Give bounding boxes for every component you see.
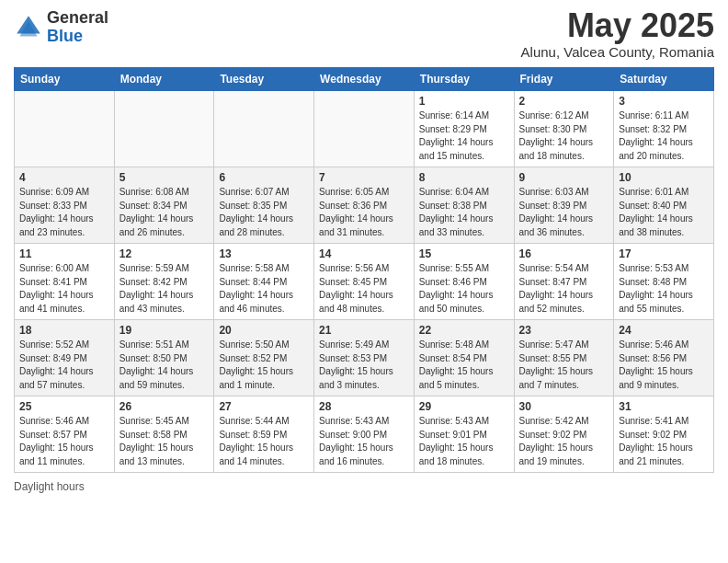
- calendar-cell: 29Sunrise: 5:43 AM Sunset: 9:01 PM Dayli…: [414, 396, 514, 473]
- page-header: General Blue May 2025 Alunu, Valcea Coun…: [14, 9, 714, 60]
- calendar-cell: 3Sunrise: 6:11 AM Sunset: 8:32 PM Daylig…: [614, 91, 714, 167]
- cell-info: Sunrise: 6:04 AM Sunset: 8:38 PM Dayligh…: [419, 186, 509, 239]
- week-row-3: 11Sunrise: 6:00 AM Sunset: 8:41 PM Dayli…: [15, 244, 714, 320]
- cell-info: Sunrise: 6:09 AM Sunset: 8:33 PM Dayligh…: [19, 186, 109, 239]
- calendar-cell: 8Sunrise: 6:04 AM Sunset: 8:38 PM Daylig…: [414, 167, 514, 244]
- calendar-cell: 20Sunrise: 5:50 AM Sunset: 8:52 PM Dayli…: [214, 320, 314, 396]
- day-number: 20: [219, 324, 309, 337]
- week-row-1: 1Sunrise: 6:14 AM Sunset: 8:29 PM Daylig…: [15, 91, 714, 167]
- day-number: 25: [19, 400, 109, 413]
- day-number: 14: [319, 247, 409, 260]
- day-number: 1: [419, 95, 509, 108]
- cell-info: Sunrise: 6:12 AM Sunset: 8:30 PM Dayligh…: [519, 109, 609, 163]
- calendar-table: SundayMondayTuesdayWednesdayThursdayFrid…: [14, 67, 714, 473]
- cell-info: Sunrise: 6:07 AM Sunset: 8:35 PM Dayligh…: [219, 186, 309, 239]
- cell-info: Sunrise: 5:50 AM Sunset: 8:52 PM Dayligh…: [219, 339, 309, 392]
- calendar-cell: 17Sunrise: 5:53 AM Sunset: 8:48 PM Dayli…: [614, 244, 714, 320]
- day-header-thursday: Thursday: [414, 68, 514, 91]
- calendar-cell: 2Sunrise: 6:12 AM Sunset: 8:30 PM Daylig…: [514, 91, 614, 167]
- calendar-cell: 28Sunrise: 5:43 AM Sunset: 9:00 PM Dayli…: [314, 396, 415, 473]
- cell-info: Sunrise: 5:56 AM Sunset: 8:45 PM Dayligh…: [319, 262, 409, 316]
- day-number: 22: [419, 324, 509, 337]
- day-number: 30: [519, 400, 609, 413]
- cell-info: Sunrise: 6:05 AM Sunset: 8:36 PM Dayligh…: [319, 186, 409, 239]
- day-number: 15: [419, 247, 509, 260]
- calendar-cell: 31Sunrise: 5:41 AM Sunset: 9:02 PM Dayli…: [614, 396, 714, 473]
- cell-info: Sunrise: 5:58 AM Sunset: 8:44 PM Dayligh…: [219, 262, 309, 316]
- day-number: 24: [619, 324, 709, 337]
- calendar-cell: 23Sunrise: 5:47 AM Sunset: 8:55 PM Dayli…: [514, 320, 614, 396]
- calendar-cell: [15, 91, 115, 167]
- cell-info: Sunrise: 6:11 AM Sunset: 8:32 PM Dayligh…: [619, 109, 709, 163]
- calendar-cell: 24Sunrise: 5:46 AM Sunset: 8:56 PM Dayli…: [614, 320, 714, 396]
- day-header-saturday: Saturday: [614, 68, 714, 91]
- day-number: 7: [319, 171, 409, 184]
- cell-info: Sunrise: 5:43 AM Sunset: 9:00 PM Dayligh…: [319, 415, 409, 468]
- cell-info: Sunrise: 6:14 AM Sunset: 8:29 PM Dayligh…: [419, 109, 509, 163]
- day-number: 26: [119, 400, 210, 413]
- cell-info: Sunrise: 5:47 AM Sunset: 8:55 PM Dayligh…: [519, 339, 609, 392]
- month-title: May 2025: [521, 9, 714, 42]
- calendar-cell: 15Sunrise: 5:55 AM Sunset: 8:46 PM Dayli…: [414, 244, 514, 320]
- cell-info: Sunrise: 5:55 AM Sunset: 8:46 PM Dayligh…: [419, 262, 509, 316]
- day-number: 18: [19, 324, 109, 337]
- day-number: 8: [419, 171, 509, 184]
- cell-info: Sunrise: 5:45 AM Sunset: 8:58 PM Dayligh…: [119, 415, 210, 468]
- cell-info: Sunrise: 5:43 AM Sunset: 9:01 PM Dayligh…: [419, 415, 509, 468]
- cell-info: Sunrise: 5:48 AM Sunset: 8:54 PM Dayligh…: [419, 339, 509, 392]
- calendar-cell: 22Sunrise: 5:48 AM Sunset: 8:54 PM Dayli…: [414, 320, 514, 396]
- logo: General Blue: [14, 9, 108, 46]
- day-number: 3: [619, 95, 709, 108]
- calendar-cell: 21Sunrise: 5:49 AM Sunset: 8:53 PM Dayli…: [314, 320, 415, 396]
- calendar-cell: 7Sunrise: 6:05 AM Sunset: 8:36 PM Daylig…: [314, 167, 415, 244]
- day-number: 5: [119, 171, 210, 184]
- calendar-cell: [114, 91, 214, 167]
- day-number: 19: [119, 324, 210, 337]
- day-number: 11: [19, 247, 109, 260]
- calendar-cell: 1Sunrise: 6:14 AM Sunset: 8:29 PM Daylig…: [414, 91, 514, 167]
- cell-info: Sunrise: 5:44 AM Sunset: 8:59 PM Dayligh…: [219, 415, 309, 468]
- calendar-cell: 30Sunrise: 5:42 AM Sunset: 9:02 PM Dayli…: [514, 396, 614, 473]
- calendar-cell: 10Sunrise: 6:01 AM Sunset: 8:40 PM Dayli…: [614, 167, 714, 244]
- week-row-5: 25Sunrise: 5:46 AM Sunset: 8:57 PM Dayli…: [15, 396, 714, 473]
- day-header-tuesday: Tuesday: [214, 68, 314, 91]
- cell-info: Sunrise: 5:54 AM Sunset: 8:47 PM Dayligh…: [519, 262, 609, 316]
- cell-info: Sunrise: 5:41 AM Sunset: 9:02 PM Dayligh…: [619, 415, 709, 468]
- title-area: May 2025 Alunu, Valcea County, Romania: [521, 9, 714, 60]
- day-number: 17: [619, 247, 709, 260]
- day-header-wednesday: Wednesday: [314, 68, 415, 91]
- day-number: 12: [119, 247, 210, 260]
- logo-icon: [14, 13, 43, 42]
- cell-info: Sunrise: 5:49 AM Sunset: 8:53 PM Dayligh…: [319, 339, 409, 392]
- day-number: 31: [619, 400, 709, 413]
- cell-info: Sunrise: 5:59 AM Sunset: 8:42 PM Dayligh…: [119, 262, 210, 316]
- day-number: 4: [19, 171, 109, 184]
- calendar-cell: 4Sunrise: 6:09 AM Sunset: 8:33 PM Daylig…: [15, 167, 115, 244]
- day-header-monday: Monday: [114, 68, 214, 91]
- cell-info: Sunrise: 6:08 AM Sunset: 8:34 PM Dayligh…: [119, 186, 210, 239]
- calendar-cell: 26Sunrise: 5:45 AM Sunset: 8:58 PM Dayli…: [114, 396, 214, 473]
- calendar-cell: 27Sunrise: 5:44 AM Sunset: 8:59 PM Dayli…: [214, 396, 314, 473]
- calendar-cell: 11Sunrise: 6:00 AM Sunset: 8:41 PM Dayli…: [15, 244, 115, 320]
- logo-blue-text: Blue: [47, 28, 108, 46]
- day-number: 16: [519, 247, 609, 260]
- week-row-4: 18Sunrise: 5:52 AM Sunset: 8:49 PM Dayli…: [15, 320, 714, 396]
- cell-info: Sunrise: 5:51 AM Sunset: 8:50 PM Dayligh…: [119, 339, 210, 392]
- footer-note: Daylight hours: [14, 480, 714, 493]
- day-header-sunday: Sunday: [15, 68, 115, 91]
- cell-info: Sunrise: 6:01 AM Sunset: 8:40 PM Dayligh…: [619, 186, 709, 239]
- calendar-cell: 19Sunrise: 5:51 AM Sunset: 8:50 PM Dayli…: [114, 320, 214, 396]
- cell-info: Sunrise: 6:03 AM Sunset: 8:39 PM Dayligh…: [519, 186, 609, 239]
- calendar-header-row: SundayMondayTuesdayWednesdayThursdayFrid…: [15, 68, 714, 91]
- cell-info: Sunrise: 5:53 AM Sunset: 8:48 PM Dayligh…: [619, 262, 709, 316]
- location-text: Alunu, Valcea County, Romania: [521, 44, 714, 60]
- calendar-cell: 12Sunrise: 5:59 AM Sunset: 8:42 PM Dayli…: [114, 244, 214, 320]
- day-number: 9: [519, 171, 609, 184]
- calendar-cell: [214, 91, 314, 167]
- day-number: 2: [519, 95, 609, 108]
- calendar-cell: 9Sunrise: 6:03 AM Sunset: 8:39 PM Daylig…: [514, 167, 614, 244]
- cell-info: Sunrise: 5:46 AM Sunset: 8:57 PM Dayligh…: [19, 415, 109, 468]
- week-row-2: 4Sunrise: 6:09 AM Sunset: 8:33 PM Daylig…: [15, 167, 714, 244]
- cell-info: Sunrise: 5:52 AM Sunset: 8:49 PM Dayligh…: [19, 339, 109, 392]
- day-header-friday: Friday: [514, 68, 614, 91]
